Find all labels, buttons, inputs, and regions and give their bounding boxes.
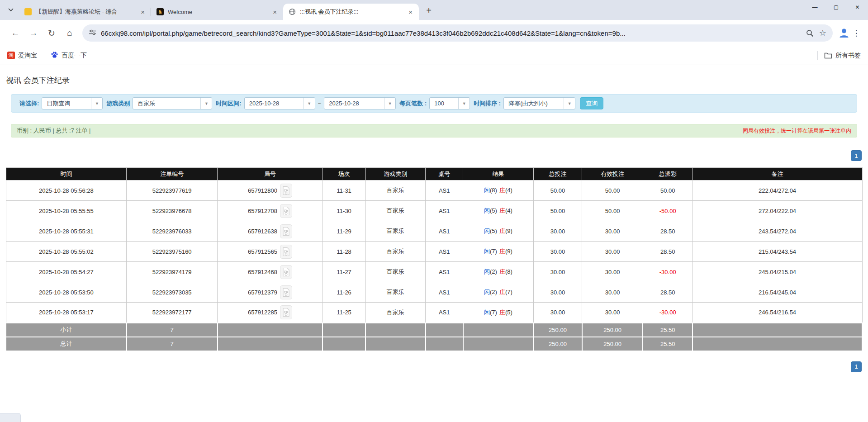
subtotal-row: 小计 7 250.00 250.00 25.50 [6,323,862,337]
cell-total-bet[interactable]: 30.00 [533,221,582,242]
all-bookmarks[interactable]: 所有书签 [817,51,861,60]
cell-table-no: AS1 [426,262,463,282]
cell-valid-bet: 30.00 [582,221,643,242]
menu-kebab-icon[interactable]: ⋮ [851,28,862,38]
tab-bet-records-active[interactable]: :::视讯 会员下注纪录::: × [283,4,419,20]
date-to-select[interactable]: 2025-10-28 ▼ [324,97,396,109]
cell-table-no: AS1 [426,282,463,303]
new-tab-button[interactable]: + [422,4,435,17]
game-type-select[interactable]: 百家乐 ▼ [133,97,212,109]
tab-title: 【新提醒】海燕策略论坛 - 综合 [36,8,139,16]
chevron-down-icon[interactable]: ▼ [458,98,470,109]
maximize-button[interactable]: ▢ [825,0,847,14]
url-text[interactable]: 66cxkj98.com/ipl/portal.php/game/betreco… [101,29,801,37]
cell-valid-bet: 30.00 [582,303,643,323]
forward-icon[interactable]: → [24,24,43,42]
page-1-button[interactable]: 1 [851,150,862,161]
minimize-button[interactable]: — [804,0,825,14]
profile-avatar[interactable] [837,26,851,40]
player-result: 闲 [484,268,490,275]
taobao-icon: 淘 [7,52,15,59]
cell-remark: 222.04/272.04 [693,180,862,201]
filter-bar: 请选择: 日期查询 ▼ 游戏类别 百家乐 ▼ 时间区间: 2025-10-28 … [11,94,857,113]
chevron-down-icon[interactable]: ▼ [304,98,315,109]
video-replay-icon[interactable] [280,265,292,279]
video-replay-icon[interactable] [280,224,292,238]
cell-total-bet[interactable]: 30.00 [533,262,582,282]
banker-result: 庄 [499,268,505,275]
cell-valid-bet: 50.00 [582,201,643,221]
date-from-select[interactable]: 2025-10-28 ▼ [244,97,315,109]
player-result: 闲 [484,289,490,295]
cell-total-bet[interactable]: 30.00 [533,242,582,262]
date-range-label: 时间区间: [216,100,241,108]
bookmark-star-icon[interactable]: ☆ [819,28,826,38]
globe-icon [289,8,296,15]
home-icon[interactable]: ⌂ [61,24,79,42]
search-button[interactable]: 查询 [580,97,603,109]
cell-total-bet[interactable]: 50.00 [533,201,582,221]
table-row: 2025-10-28 05:55:55 522923976678 6579127… [6,201,862,221]
divider [817,51,818,60]
cell-session: 11-26 [323,282,365,303]
table-row: 2025-10-28 05:55:31 522923976033 6579126… [6,221,862,242]
video-replay-icon[interactable] [280,245,292,259]
video-replay-icon[interactable] [280,204,292,218]
col-session: 场次 [323,168,365,180]
player-result: 闲 [484,207,490,214]
tab-close-icon[interactable]: × [139,8,147,16]
cell-total-bet[interactable]: 30.00 [533,303,582,323]
bookmark-taobao[interactable]: 淘 爱淘宝 [7,52,37,60]
cell-bet-no: 522923975160 [127,242,218,262]
table-row: 2025-10-28 05:53:17 522923972177 6579122… [6,303,862,323]
cell-payout: 50.00 [643,180,693,201]
forum-favicon-icon [24,8,32,15]
sort-value: 降幂(由大到小) [504,100,564,108]
cell-total-bet[interactable]: 50.00 [533,180,582,201]
total-label: 总计 [6,337,127,351]
address-bar[interactable]: 66cxkj98.com/ipl/portal.php/game/betreco… [82,24,833,42]
cell-valid-bet: 30.00 [582,282,643,303]
query-type-value: 日期查询 [42,100,91,108]
back-icon[interactable]: ← [6,24,24,42]
cell-game-type: 百家乐 [365,262,426,282]
tab-close-icon[interactable]: × [271,8,279,16]
browser-toolbar: ← → ↻ ⌂ 66cxkj98.com/ipl/portal.php/game… [0,20,868,46]
per-page-value: 100 [430,100,458,107]
cell-session: 11-25 [323,303,365,323]
video-replay-icon[interactable] [280,184,292,198]
chevron-down-icon[interactable]: ▼ [91,98,102,109]
cell-result: 闲(7)庄(9) [463,242,533,262]
cell-result: 闲(5)庄(4) [463,201,533,221]
cell-round-no: 657912379 [218,282,323,303]
sort-label: 时间排序 : [474,100,501,108]
site-settings-icon[interactable] [89,28,96,38]
video-replay-icon[interactable] [280,285,292,299]
chevron-down-icon[interactable]: ▼ [200,98,212,109]
banker-result: 庄 [499,187,505,194]
bookmark-baidu[interactable]: 百度一下 [51,51,87,60]
video-replay-icon[interactable] [280,305,292,319]
cell-bet-no: 522923972177 [127,303,218,323]
player-result: 闲 [484,228,490,234]
game-type-label: 游戏类别 [106,100,130,108]
zoom-level-icon[interactable] [806,29,814,37]
col-round-no: 局号 [218,168,323,180]
cell-total-bet[interactable]: 30.00 [533,282,582,303]
date-from-value: 2025-10-28 [245,100,304,107]
tab-welcome[interactable]: ♞ Welcome × [151,4,283,20]
cell-time: 2025-10-28 05:54:27 [6,262,127,282]
page-1-button[interactable]: 1 [851,361,862,372]
close-window-button[interactable]: ✕ [847,0,868,14]
sort-select[interactable]: 降幂(由大到小) ▼ [503,97,575,109]
query-type-select[interactable]: 日期查询 ▼ [42,97,103,109]
per-page-select[interactable]: 100 ▼ [429,97,470,109]
cell-table-no: AS1 [426,303,463,323]
chevron-down-icon[interactable] [5,4,17,16]
chevron-down-icon[interactable]: ▼ [384,98,395,109]
chevron-down-icon[interactable]: ▼ [564,98,575,109]
tab-close-icon[interactable]: × [407,8,414,16]
subtotal-label: 小计 [6,323,127,337]
tab-forum[interactable]: 【新提醒】海燕策略论坛 - 综合 × [19,4,151,20]
reload-icon[interactable]: ↻ [43,24,61,42]
